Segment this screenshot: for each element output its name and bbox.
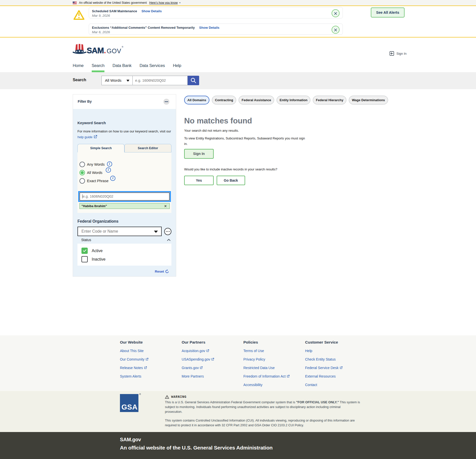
svg-text:GOV: GOV bbox=[107, 47, 121, 54]
svg-text:®: ® bbox=[122, 46, 123, 48]
svg-text:SAM: SAM bbox=[87, 46, 104, 55]
svg-text:★: ★ bbox=[104, 51, 106, 54]
